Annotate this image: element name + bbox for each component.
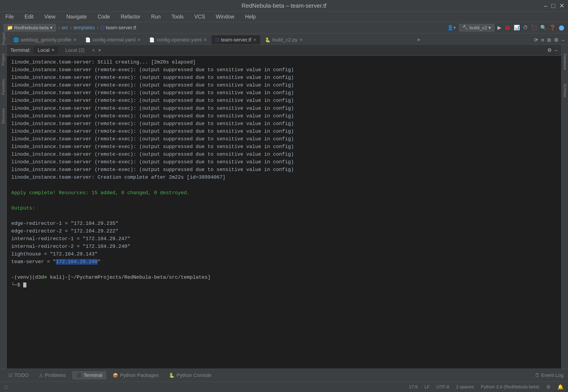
- project-button[interactable]: 📁 RedNebula-beta ▾: [4, 24, 56, 31]
- encoding[interactable]: UTF-8: [436, 384, 449, 390]
- build-config-button[interactable]: 🔨 build_c2 ▾: [459, 24, 494, 31]
- terminal-cursor: [23, 282, 26, 287]
- tab-close-team-server[interactable]: ✕: [253, 37, 256, 42]
- sync-icon[interactable]: ⟳: [534, 37, 538, 43]
- minimize-button[interactable]: –: [544, 2, 548, 10]
- settings-icon[interactable]: ⬤: [559, 25, 564, 31]
- bottom-tab-problems[interactable]: ⚠ Problems: [35, 371, 70, 380]
- run-button[interactable]: ▶: [498, 25, 501, 31]
- bottom-tab-python-console[interactable]: 🐍 Python Console: [165, 371, 215, 380]
- menu-vcs[interactable]: VCS: [193, 13, 207, 21]
- menu-view[interactable]: View: [42, 13, 57, 21]
- settings-status-icon[interactable]: ⚙: [546, 384, 551, 390]
- python-console-icon: 🐍: [169, 373, 175, 378]
- terminal-add-tab[interactable]: +: [92, 47, 95, 53]
- menu-code[interactable]: Code: [96, 13, 112, 21]
- tab-close-webbug[interactable]: ✕: [73, 37, 77, 42]
- cursor-position[interactable]: 17:6: [409, 384, 418, 390]
- tab-close-build-c2[interactable]: ✕: [299, 37, 303, 42]
- menu-help[interactable]: Help: [243, 13, 258, 21]
- term-line-7: linode_instance.team-server (remote-exec…: [11, 105, 557, 112]
- notification-icon[interactable]: 🔔: [557, 384, 564, 390]
- menu-window[interactable]: Window: [214, 13, 236, 21]
- search-button[interactable]: 🔍: [540, 25, 546, 31]
- terminal-settings-icon[interactable]: ⚙: [547, 47, 552, 53]
- breadcrumb: › src › templates › ⬡ team-server.tf: [58, 25, 136, 31]
- maximize-button[interactable]: □: [551, 2, 555, 10]
- term-line-16: linode_instance.team-server: Creation co…: [11, 174, 557, 181]
- menu-run[interactable]: Run: [149, 13, 163, 21]
- prompt-symbol: └─$: [11, 282, 23, 288]
- close-button[interactable]: ✕: [559, 2, 564, 10]
- menu-refactor[interactable]: Refactor: [119, 13, 142, 21]
- minimize-editor-icon[interactable]: –: [562, 37, 564, 43]
- project-sidebar-toggle[interactable]: Project: [0, 33, 8, 44]
- user-icon: 👤▾: [447, 25, 456, 31]
- terminal-tab-local[interactable]: Local ✕: [34, 46, 58, 54]
- build-config-dropdown: ▾: [488, 25, 491, 30]
- tab-close-config-internal[interactable]: ✕: [137, 37, 141, 42]
- menu-edit[interactable]: Edit: [23, 13, 35, 21]
- terminal-tab-local2[interactable]: Local (2): [62, 46, 88, 54]
- term-line-blank1: [11, 182, 557, 189]
- line-ending[interactable]: LF: [425, 384, 430, 390]
- tab-close-config-operator[interactable]: ✕: [203, 37, 207, 42]
- layout-icon[interactable]: □: [4, 384, 7, 390]
- settings-gear-icon[interactable]: ⚙: [554, 37, 558, 43]
- terminal-minimize-icon[interactable]: –: [555, 47, 558, 53]
- term-line-prompt: -(venv)(d3d⊛ kali)-[~/PycharmProjects/Re…: [11, 274, 557, 281]
- bottom-tab-python-packages[interactable]: 📦 Python Packages: [109, 371, 163, 380]
- tab-build-c2[interactable]: 🐍 build_c2.py ✕: [261, 35, 307, 44]
- toolbar: 📁 RedNebula-beta ▾ › src › templates › ⬡…: [0, 22, 568, 33]
- right-sidebar: Database SciView: [561, 45, 568, 369]
- terminal-content[interactable]: linode_instance.team-server: Still creat…: [7, 56, 561, 369]
- list-icon[interactable]: ≡: [541, 37, 544, 43]
- menu-file[interactable]: File: [4, 13, 15, 21]
- sidebar-structure-label[interactable]: Structure: [1, 108, 6, 124]
- term-line-10: linode_instance.team-server (remote-exec…: [11, 128, 557, 135]
- breadcrumb-sep2: ›: [70, 25, 72, 31]
- breadcrumb-templates[interactable]: templates: [73, 25, 95, 31]
- terminal-area: Terminal: Local ✕ Local (2) + ▾ ⚙ – lino…: [7, 45, 561, 369]
- sidebar-sciview-label[interactable]: SciView: [563, 84, 567, 97]
- stop-button[interactable]: ⬛: [531, 25, 537, 31]
- folder-icon: 📁: [7, 25, 13, 30]
- bottom-tabs: ☑ TODO ⚠ Problems ⬛ Terminal 📦 Python Pa…: [0, 369, 568, 382]
- window-controls[interactable]: – □ ✕: [544, 2, 565, 10]
- menu-navigate[interactable]: Navigate: [64, 13, 89, 21]
- terminal-toolbar-right: ⚙ –: [547, 47, 558, 53]
- menu-tools[interactable]: Tools: [170, 13, 185, 21]
- team-server-icon: ⬡: [215, 37, 219, 42]
- dropdown-icon: ▾: [50, 25, 53, 30]
- python-interpreter[interactable]: Python 3.9 (RedNebula-beta): [481, 384, 539, 390]
- tab-webbug[interactable]: 🌐 webbug_getonly.profile ✕: [9, 35, 81, 44]
- tab-team-server[interactable]: ⬡ team-server.tf ✕: [211, 35, 261, 44]
- breadcrumb-file[interactable]: ⬡ team-server.tf: [100, 25, 136, 31]
- terminal-tab-local-close[interactable]: ✕: [51, 48, 55, 53]
- config-operator-icon: 📄: [149, 37, 155, 42]
- term-line-teamserver: team-server = "172.104.29.249": [11, 258, 557, 266]
- tab-config-internal[interactable]: 📄 config-internal.yaml ✕: [81, 35, 145, 44]
- tabs-overflow[interactable]: »: [417, 37, 420, 42]
- split-icon[interactable]: ⧉: [547, 37, 551, 43]
- breadcrumb-src[interactable]: src: [61, 25, 68, 31]
- sidebar-database-label[interactable]: Database: [563, 54, 567, 70]
- term-line-12: linode_instance.team-server (remote-exec…: [11, 143, 557, 151]
- bottom-tab-terminal[interactable]: ⬛ Terminal: [72, 371, 106, 380]
- term-line-15: linode_instance.team-server (remote-exec…: [11, 166, 557, 174]
- profile-button[interactable]: ⏱: [523, 25, 528, 31]
- title-bar: RedNebula-beta – team-server.tf – □ ✕: [0, 0, 568, 12]
- terminal-dropdown[interactable]: ▾: [98, 48, 101, 53]
- sidebar-project-label[interactable]: Project: [1, 54, 6, 66]
- bottom-tab-todo[interactable]: ☑ TODO: [4, 371, 33, 380]
- event-log-button[interactable]: 🗒 Event Log: [535, 372, 564, 378]
- indent[interactable]: 2 spaces: [456, 384, 474, 390]
- tab-config-operator[interactable]: 📄 config-operator.yaml ✕: [145, 35, 211, 44]
- host-label: kali)-[~/PycharmProjects/RedNebula-beta/…: [47, 275, 210, 280]
- term-line-outputs: Outputs:: [11, 205, 557, 212]
- help-button[interactable]: ❓: [550, 25, 556, 31]
- coverage-button[interactable]: 📊: [514, 25, 520, 31]
- sidebar-favorites-label[interactable]: Favorites: [1, 79, 6, 95]
- debug-button[interactable]: 🐞: [504, 25, 511, 31]
- term-line-cursor[interactable]: └─$: [11, 281, 557, 289]
